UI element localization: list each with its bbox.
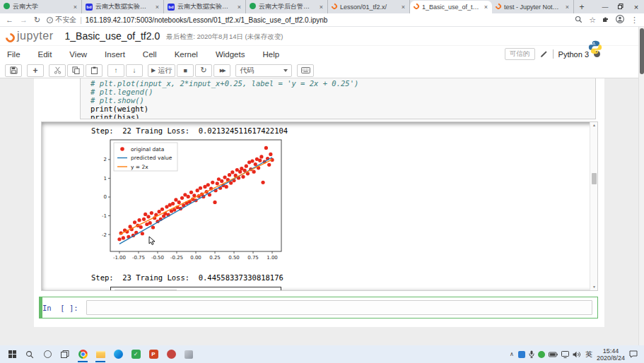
browser-tab-5[interactable]: Lesson/01_tf2.x/× [328, 0, 410, 13]
new-tab-button[interactable]: + [574, 0, 590, 13]
cortana-icon[interactable] [39, 345, 56, 363]
toolbar-group: 代码 [235, 64, 292, 77]
taskbar-apps: ✓P [74, 345, 197, 363]
search-icon[interactable] [21, 345, 38, 363]
tab-close-icon[interactable]: × [484, 4, 488, 11]
menu-file[interactable]: File [7, 48, 21, 61]
menu-help[interactable]: Help [262, 48, 279, 61]
scroll-up-arrow[interactable]: ▲ [590, 122, 598, 129]
taskbar-clock[interactable]: 15:44 2020/8/24 [597, 347, 625, 362]
paste-button[interactable] [86, 64, 103, 77]
green-app-taskbar-icon[interactable]: ✓ [127, 345, 144, 363]
cut-button[interactable] [49, 64, 66, 77]
browser-tab-2[interactable]: bd云南大数据实验平台× [82, 0, 164, 13]
jupyter-logo[interactable]: jupyter [6, 30, 54, 42]
red-app-taskbar-icon[interactable] [163, 345, 180, 363]
svg-text:-0.25: -0.25 [170, 255, 183, 261]
forward-icon[interactable]: → [20, 16, 28, 24]
save-button[interactable] [5, 64, 22, 77]
extensions-icon[interactable] [602, 16, 609, 24]
gray-app-taskbar-icon[interactable] [180, 345, 197, 363]
close-button[interactable]: × [628, 3, 644, 11]
chrome-taskbar-icon[interactable] [74, 345, 91, 363]
code-cell-input[interactable]: # plt.plot(input_x, 2*input_x+0.25, labe… [80, 78, 596, 119]
tray-blue-icon[interactable] [518, 351, 525, 358]
menu-cell[interactable]: Cell [143, 48, 157, 61]
move-down-button[interactable]: ↓ [126, 64, 143, 77]
menu-edit[interactable]: Edit [38, 48, 52, 61]
python-kernel-logo [587, 40, 603, 55]
task-view-icon[interactable] [57, 345, 74, 363]
menu-insert[interactable]: Insert [105, 48, 125, 61]
browser-tab-6[interactable]: 1_Basic_use_of_tf2.0 - Jupyter× [410, 1, 492, 13]
browser-tab-3[interactable]: bd云南大数据实验平台× [164, 0, 246, 13]
browser-tab-7[interactable]: test - Jupyter Notebook× [492, 0, 574, 13]
jupyter-header: jupyter 1_Basic_use_of_tf2.0 最后检查: 2020年… [0, 27, 644, 78]
command-palette-button[interactable] [297, 64, 314, 77]
back-icon[interactable]: ← [6, 16, 13, 24]
tray-battery-icon[interactable] [549, 352, 558, 357]
move-up-button[interactable]: ↑ [107, 64, 124, 77]
browser-tab-4[interactable]: 云南大学后台管理系统× [246, 0, 328, 13]
output-scroll-area[interactable]: Step: 22 Traing Loss: 0.0213245116174221… [41, 121, 598, 291]
powerpoint-taskbar-icon[interactable]: P [145, 345, 162, 363]
info-icon: i [47, 17, 53, 23]
stop-button[interactable]: ■ [177, 64, 194, 77]
restart-run-all-button[interactable]: ▶▶ [213, 64, 230, 77]
celltype-dropdown[interactable]: 代码 [235, 64, 292, 77]
svg-text:0.75: 0.75 [247, 255, 259, 261]
copy-button[interactable] [67, 64, 84, 77]
tab-close-icon[interactable]: × [565, 4, 570, 11]
explorer-taskbar-icon[interactable] [92, 345, 109, 363]
menu-kernel[interactable]: Kernel [175, 48, 198, 61]
tray-chevron-up-icon[interactable]: ∧ [510, 351, 514, 357]
action-center-icon[interactable] [629, 350, 638, 358]
menu-view[interactable]: View [69, 48, 87, 61]
tab-title: 1_Basic_use_of_tf2.0 - Jupyter [422, 4, 481, 11]
output-scrollbar-thumb[interactable] [592, 173, 597, 184]
toolbar-group [49, 64, 103, 77]
cell-code-input[interactable] [86, 300, 592, 315]
menu-dots-icon[interactable]: ⋮ [631, 16, 638, 24]
checkpoint-status: 最后检查: 2020年8月14日 (未保存改变) [166, 30, 283, 42]
tab-close-icon[interactable]: × [319, 4, 324, 11]
output-scrollbar[interactable]: ▲ ▼ [590, 122, 597, 290]
notebook-title[interactable]: 1_Basic_use_of_tf2.0 [65, 30, 160, 42]
minimize-button[interactable]: — [597, 4, 613, 11]
url-field[interactable]: i 不安全 | 161.189.42.107:5003/notebooks/Le… [47, 15, 568, 25]
tab-close-icon[interactable]: × [155, 4, 160, 11]
menu-widgets[interactable]: Widgets [216, 48, 245, 61]
tray-mic-icon[interactable] [529, 350, 534, 358]
browser-tab-1[interactable]: 云南大学× [0, 0, 82, 13]
restore-button[interactable] [613, 4, 628, 11]
tray-green-icon[interactable] [538, 351, 545, 358]
trusted-button[interactable]: 可信的 [505, 48, 535, 60]
browser-page-scrollbar[interactable] [638, 27, 644, 345]
tab-close-icon[interactable]: × [401, 4, 406, 11]
restart-button[interactable]: ↻ [195, 64, 212, 77]
tray-display-icon[interactable] [561, 351, 569, 358]
volume-icon[interactable] [573, 351, 581, 358]
browser-scrollbar-thumb[interactable] [640, 28, 644, 74]
empty-code-cell[interactable]: In [ ]: [39, 297, 598, 319]
run-button[interactable]: ▶运行 [148, 64, 175, 77]
tab-close-icon[interactable]: × [237, 4, 242, 11]
omnibox-divider: | [80, 16, 82, 24]
edge-taskbar-icon[interactable] [110, 345, 127, 363]
jupyter-favicon [332, 4, 337, 11]
addressbar-actions: ☆ ⋮ [575, 15, 638, 25]
zoom-icon[interactable] [575, 16, 582, 25]
notebook-menubar: FileEditViewInsertCellKernelWidgetsHelp … [0, 45, 644, 62]
scroll-down-arrow[interactable]: ▼ [590, 284, 598, 290]
jupyter-logo-text: jupyter [17, 30, 54, 42]
start-button[interactable] [4, 345, 21, 363]
language-indicator[interactable]: 英 [585, 350, 592, 359]
svg-text:0: 0 [104, 194, 107, 200]
edit-title-pencil-icon[interactable] [540, 48, 548, 61]
reload-icon[interactable]: ↻ [34, 16, 40, 24]
security-chip[interactable]: i 不安全 [47, 15, 76, 25]
bookmark-star-icon[interactable]: ☆ [589, 16, 596, 24]
profile-avatar[interactable] [616, 15, 624, 25]
add-cell-button[interactable]: + [27, 64, 44, 77]
tab-close-icon[interactable]: × [73, 4, 78, 11]
